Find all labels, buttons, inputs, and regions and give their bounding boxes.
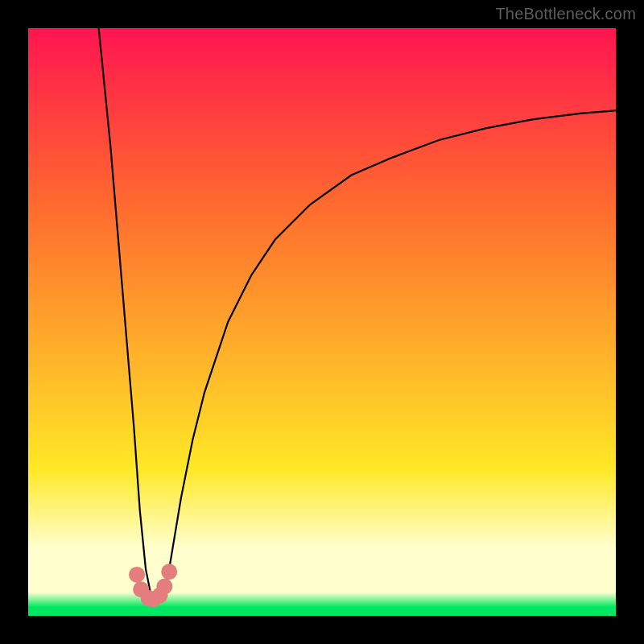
- chart-outer: TheBottleneck.com: [0, 0, 644, 644]
- marker-point: [129, 567, 145, 583]
- gradient-background: [28, 28, 616, 616]
- plot-area: [28, 28, 616, 616]
- marker-point: [161, 564, 177, 580]
- marker-point: [156, 579, 172, 595]
- bottleneck-plot-svg: [28, 28, 616, 616]
- watermark-text: TheBottleneck.com: [495, 5, 636, 23]
